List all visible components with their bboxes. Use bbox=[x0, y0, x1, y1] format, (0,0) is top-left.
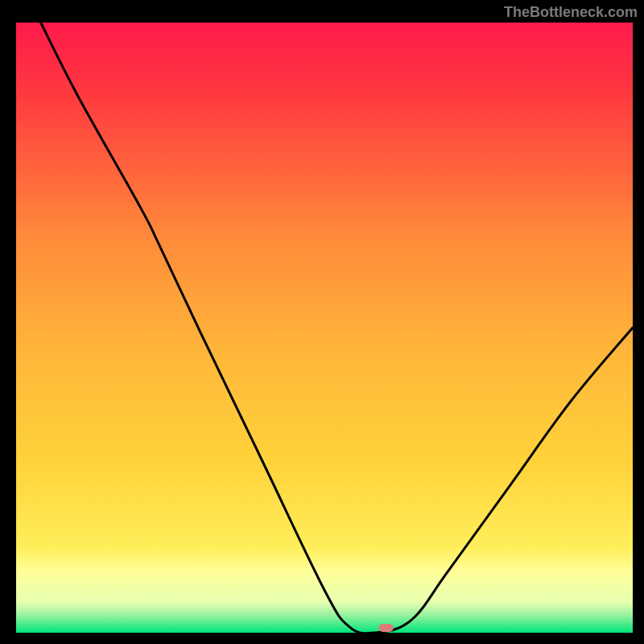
chart-svg bbox=[0, 0, 644, 644]
svg-rect-2 bbox=[379, 624, 394, 632]
bottleneck-chart: TheBottleneck.com bbox=[0, 0, 644, 644]
svg-rect-1 bbox=[16, 23, 633, 633]
attribution-text: TheBottleneck.com bbox=[504, 4, 638, 21]
